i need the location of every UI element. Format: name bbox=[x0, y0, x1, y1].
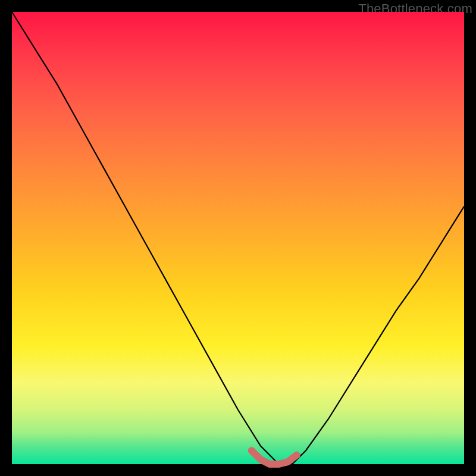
chart-plot-area bbox=[12, 12, 464, 464]
chart-stage: TheBottleneck.com bbox=[0, 0, 476, 476]
chart-svg bbox=[12, 12, 464, 464]
curve-path bbox=[12, 12, 464, 464]
bottom-band-path bbox=[252, 450, 297, 464]
